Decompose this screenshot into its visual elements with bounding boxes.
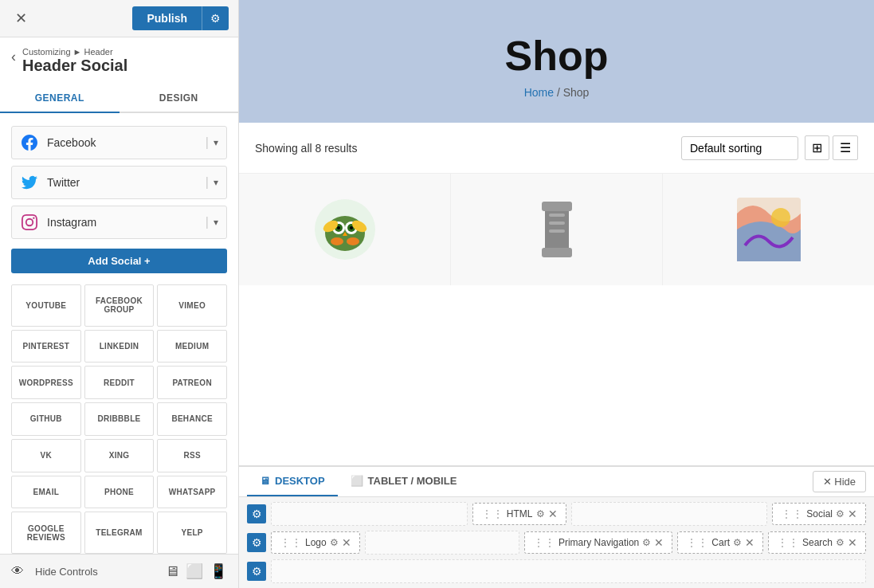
svg-rect-14 [542, 202, 572, 211]
grid-view-button[interactable]: ⊞ [805, 135, 829, 160]
row1-settings-button[interactable]: ⚙ [247, 504, 266, 523]
social-item-facebook[interactable]: Facebook | ▾ [11, 126, 227, 159]
twitter-icon [20, 173, 39, 192]
row2-settings-button[interactable]: ⚙ [247, 533, 266, 552]
chevron-down-icon: ▾ [214, 177, 218, 188]
chip-primary-nav[interactable]: ⋮⋮ Primary Navigation ⚙ ✕ [524, 531, 672, 554]
social-grid-linkedin[interactable]: LINKEDIN [84, 330, 155, 363]
svg-point-12 [347, 237, 359, 245]
breadcrumb-home-link[interactable]: Home [524, 86, 554, 99]
chip-social-settings-button[interactable]: ⚙ [836, 508, 845, 519]
showing-results-text: Showing all 8 results [255, 142, 357, 155]
tablet-view-button[interactable]: ⬜ [186, 563, 203, 580]
svg-rect-15 [542, 248, 572, 257]
main-area: Shop Home / Shop Showing all 8 results D… [239, 0, 874, 588]
publish-settings-button[interactable]: ⚙ [202, 6, 229, 30]
social-grid-github[interactable]: GITHUB [11, 402, 81, 436]
sort-select[interactable]: Default sorting Popularity Average ratin… [681, 136, 798, 160]
chip-cart-remove-button[interactable]: ✕ [745, 536, 754, 549]
social-grid-vimeo[interactable]: VIMEO [157, 284, 227, 327]
product-image-2 [451, 174, 662, 285]
tablet-icon: ⬜ [351, 475, 363, 487]
social-grid-whatsapp[interactable]: WHATSAPP [157, 476, 227, 509]
shop-title: Shop [255, 32, 858, 80]
tab-tablet-mobile[interactable]: ⬜ TABLET / MOBILE [338, 467, 470, 496]
social-grid-reddit[interactable]: REDDIT [84, 366, 155, 399]
chip-search-remove-button[interactable]: ✕ [848, 536, 857, 549]
row1-spacer-left [271, 502, 468, 526]
social-grid-wordpress[interactable]: WORDPRESS [11, 366, 81, 399]
drag-handle-icon: ⋮⋮ [781, 508, 803, 520]
desktop-icon: 🖥 [260, 475, 270, 487]
social-grid-medium[interactable]: MEDIUM [157, 330, 227, 363]
list-view-button[interactable]: ☰ [833, 135, 858, 160]
product-card-2[interactable] [451, 174, 663, 285]
svg-rect-18 [549, 229, 565, 233]
instagram-label: Instagram [47, 216, 206, 229]
chip-logo-settings-button[interactable]: ⚙ [330, 537, 339, 548]
add-social-button[interactable]: Add Social + [11, 249, 227, 273]
chip-logo[interactable]: ⋮⋮ Logo ⚙ ✕ [271, 531, 360, 554]
svg-point-7 [350, 226, 353, 229]
social-grid-patreon[interactable]: PATREON [157, 366, 227, 399]
social-grid-pinterest[interactable]: PINTEREST [11, 330, 81, 363]
chip-primary-nav-settings-button[interactable]: ⚙ [642, 537, 651, 548]
social-item-instagram[interactable]: Instagram | ▾ [11, 206, 227, 239]
product-card-3[interactable] [663, 174, 874, 285]
hide-button[interactable]: ✕ Hide [813, 471, 866, 492]
social-grid-telegram[interactable]: TELEGRAM [84, 512, 155, 554]
chip-search[interactable]: ⋮⋮ Search ⚙ ✕ [768, 531, 866, 554]
social-grid-yelp[interactable]: YELP [157, 512, 227, 554]
chip-primary-nav-remove-button[interactable]: ✕ [654, 536, 664, 549]
chip-social[interactable]: ⋮⋮ Social ⚙ ✕ [772, 503, 866, 525]
row1-spacer-mid [571, 502, 768, 526]
social-grid-vk[interactable]: VK [11, 439, 81, 472]
drag-handle-icon: ⋮⋮ [481, 508, 504, 520]
drag-handle-icon: ⋮⋮ [686, 536, 708, 549]
social-grid-google-reviews[interactable]: GOOGLE REVIEWS [11, 512, 81, 554]
products-strip: Showing all 8 results Default sorting Po… [239, 123, 874, 174]
social-grid-email[interactable]: EMAIL [11, 476, 81, 509]
product-image-1 [239, 174, 450, 285]
social-grid-phone[interactable]: PHONE [84, 476, 155, 509]
social-grid: YOUTUBE FACEBOOK GROUP VIMEO PINTEREST L… [0, 284, 238, 554]
product-image-3 [663, 174, 874, 285]
facebook-icon [20, 133, 39, 152]
social-item-twitter[interactable]: Twitter | ▾ [11, 166, 227, 199]
chip-cart-settings-button[interactable]: ⚙ [733, 537, 742, 548]
social-grid-dribbble[interactable]: DRIBBBLE [84, 402, 155, 436]
desktop-view-button[interactable]: 🖥 [165, 563, 179, 580]
builder-row-2: ⚙ ⋮⋮ Logo ⚙ ✕ ⋮⋮ Primary Navigation ⚙ ✕ … [247, 531, 866, 555]
chip-cart[interactable]: ⋮⋮ Cart ⚙ ✕ [677, 531, 763, 554]
publish-button[interactable]: Publish [132, 6, 202, 30]
chip-social-remove-button[interactable]: ✕ [848, 508, 857, 520]
social-grid-youtube[interactable]: YOUTUBE [11, 284, 81, 327]
row3-settings-button[interactable]: ⚙ [247, 562, 266, 581]
social-grid-facebook-group[interactable]: FACEBOOK GROUP [84, 284, 155, 327]
chip-search-settings-button[interactable]: ⚙ [836, 537, 845, 548]
tab-desktop[interactable]: 🖥 DESKTOP [247, 467, 338, 496]
bottom-bar: 👁 Hide Controls 🖥 ⬜ 📱 [0, 554, 238, 588]
chip-logo-remove-button[interactable]: ✕ [342, 536, 351, 549]
product-card-1[interactable] [239, 174, 451, 285]
hide-controls-button[interactable]: Hide Controls [35, 566, 98, 578]
mobile-view-button[interactable]: 📱 [210, 563, 227, 580]
back-button[interactable]: ‹ [11, 49, 16, 65]
social-grid-behance[interactable]: BEHANCE [157, 402, 227, 436]
social-grid-xing[interactable]: XING [84, 439, 155, 472]
chip-html-settings-button[interactable]: ⚙ [536, 508, 545, 519]
chevron-down-icon: ▾ [214, 137, 218, 148]
social-grid-rss[interactable]: RSS [157, 439, 227, 472]
chip-html-remove-button[interactable]: ✕ [548, 508, 558, 520]
tab-design[interactable]: DESIGN [120, 84, 239, 113]
builder-row-1: ⚙ ⋮⋮ HTML ⚙ ✕ ⋮⋮ Social ⚙ ✕ [247, 502, 866, 526]
close-button[interactable]: ✕ [10, 7, 32, 29]
twitter-label: Twitter [47, 176, 206, 189]
chip-html[interactable]: ⋮⋮ HTML ⚙ ✕ [472, 503, 566, 525]
breadcrumb-area: ‹ Customizing ► Header Header Social [0, 37, 238, 80]
builder-row-3: ⚙ [247, 559, 866, 583]
tab-general[interactable]: GENERAL [0, 84, 120, 113]
facebook-label: Facebook [47, 136, 206, 149]
eye-icon: 👁 [11, 564, 24, 578]
drag-handle-icon: ⋮⋮ [777, 536, 799, 549]
